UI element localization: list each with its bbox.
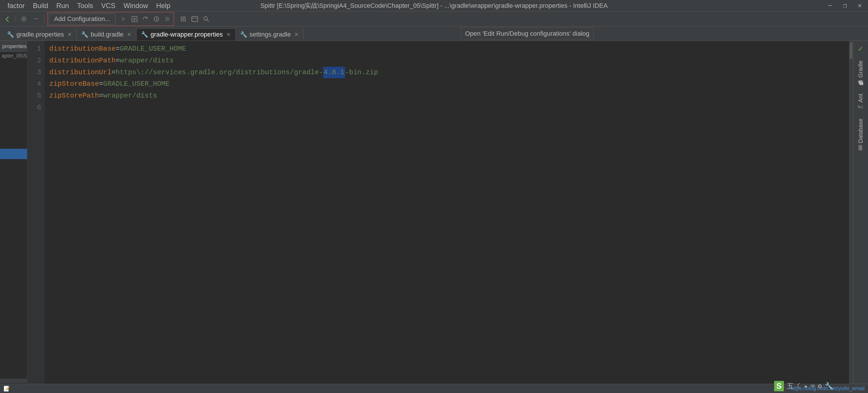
maximize-button[interactable]: ❐ bbox=[840, 1, 850, 11]
svg-point-0 bbox=[23, 18, 25, 20]
gradle-properties-tab-close[interactable]: ✕ bbox=[67, 31, 72, 38]
gradle-properties-tab-icon: 🔧 bbox=[7, 31, 14, 38]
menu-vcs[interactable]: VCS bbox=[97, 1, 119, 11]
left-panel-settings-icon[interactable]: ⚙ bbox=[27, 43, 27, 50]
checkmark-icon: ✓ bbox=[853, 41, 868, 56]
left-panel-content: apter_05\Sp bbox=[0, 52, 27, 384]
tab-gradle-wrapper-properties[interactable]: 🔧 gradle-wrapper.properties ✕ bbox=[136, 29, 236, 40]
menu-run[interactable]: Run bbox=[52, 1, 73, 11]
code-eq-1: = bbox=[116, 43, 120, 55]
status-bar: 📝 https://blog.csdn.net/yufei_email bbox=[0, 384, 868, 393]
menu-build[interactable]: Build bbox=[29, 1, 52, 11]
status-left-icon: 📝 bbox=[3, 386, 10, 392]
code-key-5: zipStorePath bbox=[49, 90, 99, 102]
database-icon: 🗄 bbox=[858, 145, 864, 150]
toolbar-settings-icon[interactable] bbox=[19, 14, 29, 24]
code-key-4: zipStoreBase bbox=[49, 78, 99, 90]
ant-label: Ant bbox=[857, 94, 864, 102]
scrollbar-thumb[interactable] bbox=[849, 42, 852, 59]
window-controls: — ❐ ✕ bbox=[826, 1, 865, 11]
tray-star-icon[interactable]: ✦ bbox=[804, 382, 808, 390]
menu-help[interactable]: Help bbox=[152, 1, 174, 11]
settings-gradle-tab-close[interactable]: ✕ bbox=[294, 31, 299, 38]
settings-gradle-tab-label: settings.gradle bbox=[250, 31, 291, 38]
right-toolbar-area bbox=[178, 14, 211, 24]
code-key-1: distributionBase bbox=[49, 43, 116, 55]
add-configuration-button[interactable]: Add Configuration... bbox=[49, 13, 116, 25]
svg-rect-5 bbox=[192, 17, 197, 22]
tab-gradle-properties[interactable]: 🔧 gradle.properties ✕ bbox=[2, 29, 76, 40]
search-everywhere-icon[interactable] bbox=[201, 14, 211, 24]
code-val-4: GRADLE_USER_HOME bbox=[103, 78, 169, 90]
code-val-1: GRADLE_USER_HOME bbox=[120, 43, 186, 55]
window-title: Spittr [E:\Spring实战\SpringiA4_SourceCode… bbox=[260, 1, 608, 10]
left-panel-selection[interactable] bbox=[0, 149, 27, 159]
menu-tools[interactable]: Tools bbox=[73, 1, 97, 11]
settings-gradle-tab-icon: 🔧 bbox=[240, 31, 247, 38]
config-tooltip: Open 'Edit Run/Debug configurations' dia… bbox=[461, 27, 594, 40]
code-val-5: wrapper/dists bbox=[103, 90, 157, 102]
ant-icon: 🐜 bbox=[858, 104, 864, 110]
code-eq-4: = bbox=[99, 78, 103, 90]
line-num-3: 3 bbox=[27, 67, 41, 78]
coverage-button[interactable] bbox=[151, 14, 161, 24]
line-num-6: 6 bbox=[27, 102, 41, 113]
editor-area: 1 2 3 4 5 6 distributionBase=GRADLE_USER… bbox=[27, 41, 853, 384]
code-line-4: zipStoreBase=GRADLE_USER_HOME bbox=[49, 78, 848, 90]
line-num-4: 4 bbox=[27, 78, 41, 90]
vcs-update-icon[interactable] bbox=[178, 14, 188, 24]
main-toolbar: — Add Configuration... bbox=[0, 11, 868, 27]
menu-window[interactable]: Window bbox=[120, 1, 152, 11]
code-line-2: distributionPath=wrapper/dists bbox=[49, 55, 848, 67]
tray-chinese-icon[interactable]: 五 bbox=[787, 382, 794, 391]
gradle-panel-button[interactable]: 🐘 Gradle bbox=[853, 56, 868, 90]
toolbar-separator-2 bbox=[44, 15, 44, 23]
database-label: Database bbox=[857, 119, 864, 143]
gradle-wrapper-tab-close[interactable]: ✕ bbox=[226, 31, 231, 38]
menu-bar: factor Build Run Tools VCS Window Help bbox=[3, 1, 175, 11]
sogou-icon[interactable]: S bbox=[774, 381, 784, 391]
toolbar-separator-1 bbox=[16, 15, 16, 23]
left-panel-scrollbar[interactable] bbox=[0, 379, 27, 383]
toolbar-minimize-icon[interactable]: — bbox=[31, 14, 41, 24]
tray-moon-icon[interactable]: ☾ bbox=[797, 382, 801, 390]
left-panel-header: properties ⚙ — bbox=[0, 41, 27, 52]
right-sidebar: ✓ 🐘 Gradle 🐜 Ant 🗄 Database bbox=[853, 41, 868, 384]
menu-factor[interactable]: factor bbox=[3, 1, 29, 11]
code-line-5: zipStorePath=wrapper/dists bbox=[49, 90, 848, 102]
build-gradle-tab-close[interactable]: ✕ bbox=[127, 31, 131, 38]
tray-keyboard-icon[interactable]: ⌨ bbox=[811, 382, 815, 390]
code-val-2: wrapper/dists bbox=[120, 55, 174, 67]
tray-wrench-icon[interactable]: 🔧 bbox=[825, 382, 833, 390]
tab-build-gradle[interactable]: 🔧 build.gradle ✕ bbox=[76, 29, 136, 40]
build-button[interactable] bbox=[129, 14, 140, 24]
project-structure-icon[interactable] bbox=[189, 14, 200, 24]
line-numbers: 1 2 3 4 5 6 bbox=[27, 41, 44, 384]
refresh-button[interactable] bbox=[140, 14, 151, 24]
system-tray: S 五 ☾ ✦ ⌨ ⚙ 🔧 bbox=[774, 381, 834, 391]
editor-scrollbar[interactable] bbox=[849, 41, 853, 384]
code-eq-5: = bbox=[99, 90, 103, 102]
code-line-3: distributionUrl=https\://services.gradle… bbox=[49, 67, 848, 78]
title-bar: factor Build Run Tools VCS Window Help S… bbox=[0, 0, 868, 11]
tray-settings-icon[interactable]: ⚙ bbox=[818, 382, 822, 390]
svg-marker-1 bbox=[122, 17, 126, 21]
code-line-1: distributionBase=GRADLE_USER_HOME bbox=[49, 43, 848, 55]
ant-panel-button[interactable]: 🐜 Ant bbox=[853, 90, 868, 114]
svg-point-6 bbox=[204, 17, 207, 20]
code-val-3b-highlight: 4.8.1 bbox=[323, 67, 345, 78]
database-panel-button[interactable]: 🗄 Database bbox=[853, 114, 868, 154]
gradle-wrapper-tab-label: gradle-wrapper.properties bbox=[151, 31, 223, 38]
stop-button[interactable] bbox=[162, 14, 173, 24]
close-button[interactable]: ✕ bbox=[855, 1, 865, 11]
main-layout: properties ⚙ — apter_05\Sp 1 2 3 4 5 6 d… bbox=[0, 41, 868, 384]
code-editor[interactable]: distributionBase=GRADLE_USER_HOME distri… bbox=[44, 41, 853, 384]
gradle-label: Gradle bbox=[857, 60, 864, 78]
code-val-3c: -bin.zip bbox=[345, 67, 378, 78]
run-button[interactable] bbox=[118, 14, 129, 24]
tab-settings-gradle[interactable]: 🔧 settings.gradle ✕ bbox=[236, 29, 304, 40]
minimize-button[interactable]: — bbox=[826, 1, 835, 10]
toolbar-back-icon[interactable] bbox=[2, 14, 13, 24]
left-panel-title: properties bbox=[2, 43, 27, 50]
code-eq-3: = bbox=[112, 67, 116, 78]
